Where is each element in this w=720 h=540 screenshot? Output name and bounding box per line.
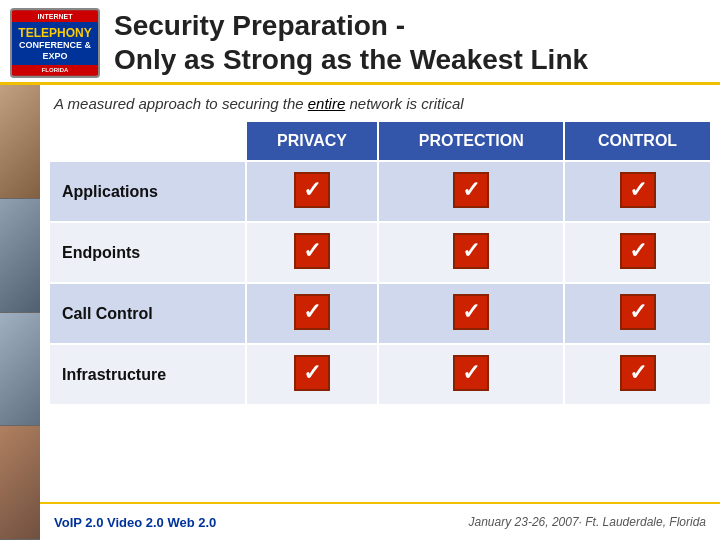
title-area: Security Preparation - Only as Strong as… — [114, 9, 710, 76]
check-endpoints-privacy — [246, 222, 379, 283]
table-header-row: PRIVACY PROTECTION CONTROL — [49, 121, 711, 161]
check-icon — [294, 355, 330, 391]
check-infra-control — [564, 344, 711, 405]
check-callcontrol-privacy — [246, 283, 379, 344]
check-infra-protection — [378, 344, 564, 405]
header: INTERNET TELEPHONY CONFERENCE & EXPO FLO… — [0, 0, 720, 85]
logo-bottom-bar: FLORIDA — [12, 65, 98, 75]
check-endpoints-protection — [378, 222, 564, 283]
logo-top-bar: INTERNET — [12, 11, 98, 22]
left-image-1 — [0, 85, 40, 199]
comparison-table-area: PRIVACY PROTECTION CONTROL Applications … — [40, 120, 720, 540]
check-icon — [620, 172, 656, 208]
check-icon — [453, 172, 489, 208]
left-image-4 — [0, 426, 40, 540]
left-image-strip — [0, 85, 40, 540]
row-label-infrastructure: Infrastructure — [49, 344, 246, 405]
left-image-3 — [0, 313, 40, 427]
check-infra-privacy — [246, 344, 379, 405]
row-label-call-control: Call Control — [49, 283, 246, 344]
col-header-privacy: PRIVACY — [246, 121, 379, 161]
logo-mid-bar: TELEPHONY CONFERENCE & EXPO — [12, 22, 98, 66]
check-applications-control — [564, 161, 711, 222]
col-header-control: CONTROL — [564, 121, 711, 161]
check-endpoints-control — [564, 222, 711, 283]
table-row: Endpoints — [49, 222, 711, 283]
left-image-2 — [0, 199, 40, 313]
check-icon — [620, 233, 656, 269]
check-applications-privacy — [246, 161, 379, 222]
check-icon — [620, 355, 656, 391]
table-row: Applications — [49, 161, 711, 222]
subtitle-text: A measured approach to securing the enti… — [40, 85, 720, 120]
check-icon — [294, 294, 330, 330]
row-label-applications: Applications — [49, 161, 246, 222]
main-content: A measured approach to securing the enti… — [40, 85, 720, 540]
check-icon — [453, 233, 489, 269]
table-row: Infrastructure — [49, 344, 711, 405]
check-icon — [453, 355, 489, 391]
check-applications-protection — [378, 161, 564, 222]
col-header-label — [49, 121, 246, 161]
footer-branding: VoIP 2.0 Video 2.0 Web 2.0 — [54, 515, 216, 530]
check-callcontrol-control — [564, 283, 711, 344]
col-header-protection: PROTECTION — [378, 121, 564, 161]
check-callcontrol-protection — [378, 283, 564, 344]
comparison-table: PRIVACY PROTECTION CONTROL Applications … — [48, 120, 712, 406]
check-icon — [294, 233, 330, 269]
row-label-endpoints: Endpoints — [49, 222, 246, 283]
check-icon — [620, 294, 656, 330]
footer: VoIP 2.0 Video 2.0 Web 2.0 January 23-26… — [40, 502, 720, 540]
table-row: Call Control — [49, 283, 711, 344]
slide-title: Security Preparation - Only as Strong as… — [114, 9, 710, 76]
footer-date-location: January 23-26, 2007· Ft. Lauderdale, Flo… — [469, 515, 706, 529]
check-icon — [294, 172, 330, 208]
conference-logo: INTERNET TELEPHONY CONFERENCE & EXPO FLO… — [10, 8, 100, 78]
check-icon — [453, 294, 489, 330]
